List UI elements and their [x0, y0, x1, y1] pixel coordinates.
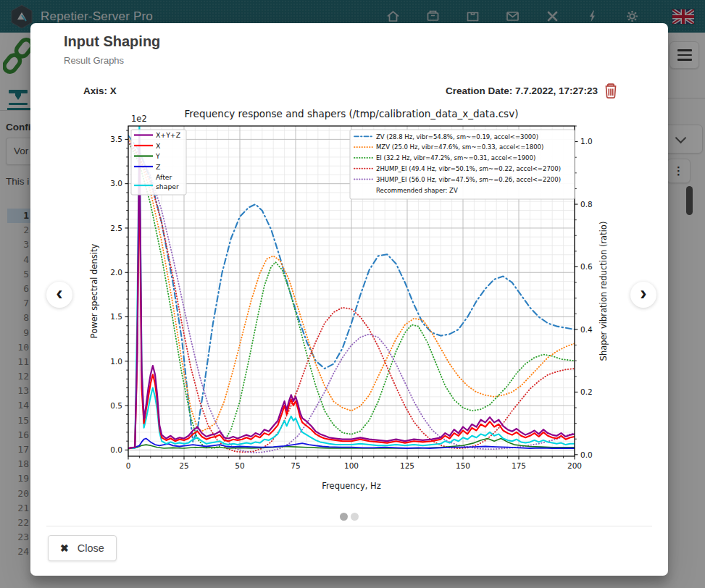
svg-text:2.5: 2.5 — [110, 224, 122, 232]
footer-divider — [46, 526, 652, 526]
svg-text:150: 150 — [456, 461, 470, 470]
creation-date-label: Creation Date: 7.7.2022, 17:27:23 — [446, 85, 598, 96]
carousel-prev-button[interactable]: ‹ — [46, 282, 72, 308]
svg-text:125: 125 — [400, 461, 414, 470]
svg-text:Frequency, Hz: Frequency, Hz — [322, 481, 380, 491]
dialog-title: Input Shaping — [64, 33, 160, 50]
chart-meta-row: Axis: X Creation Date: 7.7.2022, 17:27:2… — [83, 81, 618, 100]
svg-text:100: 100 — [344, 461, 359, 470]
svg-text:0: 0 — [126, 461, 131, 470]
close-button-label: Close — [78, 542, 104, 554]
svg-text:Recommended shaper: ZV: Recommended shaper: ZV — [376, 187, 458, 194]
svg-text:0.0: 0.0 — [110, 445, 122, 454]
axis-label: Axis: X — [83, 85, 117, 96]
svg-text:Z: Z — [156, 163, 160, 171]
svg-text:25: 25 — [179, 461, 188, 470]
carousel-pagination — [30, 513, 668, 521]
svg-text:1.0: 1.0 — [110, 357, 122, 366]
svg-text:2.0: 2.0 — [110, 268, 122, 277]
svg-text:Frequency response and shapers: Frequency response and shapers (/tmp/cal… — [185, 108, 519, 119]
result-graph: 02550751001251501752000.00.51.01.52.02.5… — [83, 104, 618, 505]
svg-text:3HUMP_EI (56.0 Hz, vibr=47.5%,: 3HUMP_EI (56.0 Hz, vibr=47.5%, sm~=0.26,… — [376, 176, 561, 183]
close-button[interactable]: ✖ Close — [48, 535, 117, 561]
svg-text:After: After — [156, 173, 172, 181]
svg-text:3.0: 3.0 — [110, 179, 122, 188]
svg-text:75: 75 — [291, 461, 300, 470]
svg-text:EI (32.2 Hz, vibr=47.2%, sm~=0: EI (32.2 Hz, vibr=47.2%, sm~=0.31, accel… — [376, 154, 535, 161]
svg-text:1.5: 1.5 — [110, 312, 122, 321]
svg-text:0.2: 0.2 — [580, 387, 593, 396]
svg-text:X+Y+Z: X+Y+Z — [156, 131, 180, 139]
svg-text:50: 50 — [235, 461, 244, 470]
svg-text:0.0: 0.0 — [580, 450, 593, 459]
svg-text:Power spectral density: Power spectral density — [89, 244, 99, 339]
svg-text:3.5: 3.5 — [110, 135, 122, 143]
svg-text:MZV (25.0 Hz, vibr=47.6%, sm~=: MZV (25.0 Hz, vibr=47.6%, sm~=0.33, acce… — [376, 143, 543, 151]
dialog-subtitle: Result Graphs — [64, 55, 124, 66]
svg-text:Y: Y — [155, 152, 160, 160]
svg-text:2HUMP_EI (49.4 Hz, vibr=50.1%,: 2HUMP_EI (49.4 Hz, vibr=50.1%, sm~=0.22,… — [376, 165, 561, 172]
carousel-dot[interactable] — [340, 513, 348, 521]
svg-text:Shaper vibration reduction (ra: Shaper vibration reduction (ratio) — [598, 222, 609, 361]
carousel-next-button[interactable]: › — [630, 282, 656, 308]
svg-text:175: 175 — [512, 461, 526, 470]
chart-svg: 02550751001251501752000.00.51.01.52.02.5… — [83, 104, 618, 505]
input-shaping-dialog: Input Shaping Result Graphs Axis: X Crea… — [30, 23, 668, 576]
carousel-dot[interactable] — [351, 513, 359, 521]
svg-text:0.4: 0.4 — [580, 325, 593, 334]
svg-text:X: X — [156, 142, 161, 150]
svg-text:0.5: 0.5 — [110, 401, 122, 410]
svg-text:200: 200 — [567, 461, 582, 470]
svg-text:ZV (28.8 Hz, vibr=54.8%, sm~=0: ZV (28.8 Hz, vibr=54.8%, sm~=0.19, accel… — [376, 133, 538, 140]
svg-text:0.8: 0.8 — [580, 200, 593, 209]
svg-text:1e2: 1e2 — [131, 114, 147, 124]
delete-trash-icon[interactable] — [604, 83, 618, 99]
svg-text:0.6: 0.6 — [580, 262, 593, 271]
svg-text:1.0: 1.0 — [580, 137, 593, 146]
svg-text:shaper: shaper — [156, 182, 179, 190]
close-x-icon: ✖ — [60, 542, 69, 554]
